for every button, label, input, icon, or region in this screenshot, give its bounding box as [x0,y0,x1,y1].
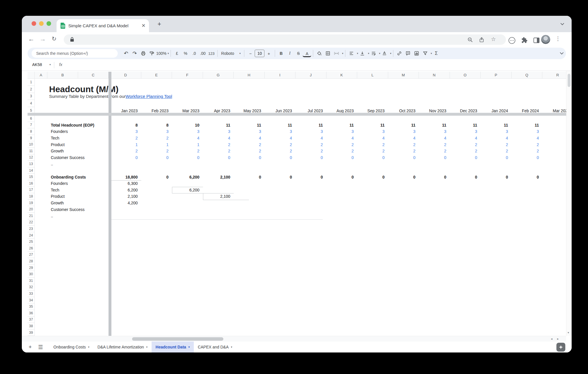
vertical-align-icon[interactable] [358,49,367,58]
row-header-2[interactable]: 2 [28,86,35,93]
cell-value[interactable]: 11 [357,122,388,129]
cell-value[interactable]: 3 [481,128,512,135]
cell-value[interactable]: 2 [419,141,450,148]
column-header-P[interactable]: P [481,72,512,79]
text-rotation-icon[interactable] [380,49,389,58]
sheet-tab-headcount-data[interactable]: Headcount Data▾ [152,342,194,352]
cell-value[interactable]: 2 [234,141,265,148]
frozen-column-divider[interactable] [109,72,111,336]
more-formats-button[interactable]: 123 [207,49,216,58]
cell-value[interactable]: 4 [203,135,234,142]
cell-value[interactable]: 2 [450,141,481,148]
row-header-4[interactable]: 4 [28,100,35,107]
column-header-R[interactable]: R [542,72,566,79]
name-box-dropdown-icon[interactable]: ▾ [49,63,51,66]
cell-value[interactable]: 0 [295,154,326,161]
cell-value[interactable]: 2 [450,148,481,154]
column-header-E[interactable]: E [141,72,172,79]
cell-value[interactable]: 11 [265,122,296,129]
row-header-19[interactable]: 19 [28,200,35,206]
undo-icon[interactable]: ↶ [122,49,130,58]
row-header-1[interactable]: 1 [28,79,35,86]
cell-value[interactable]: 2,100 [203,193,234,200]
cell-value[interactable]: 3 [141,128,172,135]
fill-color-icon[interactable] [315,49,324,58]
cell-value[interactable]: 2 [388,141,419,148]
cell-value[interactable]: 0 [481,174,512,180]
row-header-28[interactable]: 28 [28,258,35,265]
row-label-founders[interactable]: Founders [49,180,108,187]
merge-dropdown-icon[interactable]: ▾ [342,52,343,55]
format-currency-button[interactable]: £ [173,49,181,58]
cell-value[interactable]: 11 [512,122,543,129]
row-header-25[interactable]: 25 [28,239,35,245]
row-header-11[interactable]: 11 [28,148,35,154]
filter-dropdown-icon[interactable]: ▾ [431,52,432,55]
row-header-21[interactable]: 21 [28,213,35,219]
row-header-24[interactable]: 24 [28,232,35,239]
cell-value[interactable]: 2 [481,148,512,154]
cell-value[interactable]: 11 [388,122,419,129]
close-window-button[interactable] [32,21,36,26]
frozen-row-divider[interactable] [28,113,566,116]
cell-value[interactable]: 4 [326,135,357,142]
cell-value[interactable]: 3 [388,128,419,135]
row-label-growth[interactable]: Growth [49,200,108,206]
row-header-6[interactable]: 6 [28,115,35,122]
sheet-tab-dropdown-icon[interactable]: ▾ [231,346,232,348]
cell-value[interactable]: 2 [141,148,172,154]
cell-value[interactable]: 3 [450,128,481,135]
column-header-N[interactable]: N [419,72,450,79]
column-header-C[interactable]: C [78,72,109,79]
vertical-scrollbar-thumb[interactable] [568,74,570,87]
scroll-down-icon[interactable]: ▾ [568,331,569,334]
cell-value[interactable]: 11 [203,122,234,129]
address-bar[interactable]: ☆ [64,34,506,45]
row-header-32[interactable]: 32 [28,284,35,291]
cell-value[interactable]: 0 [388,174,419,180]
row-header-29[interactable]: 29 [28,265,35,271]
cell-value[interactable]: 11 [481,122,512,129]
cell-value[interactable]: 11 [295,122,326,129]
zoom-select[interactable]: 100%▾ [156,49,169,58]
cell-value[interactable]: 8 [141,122,172,129]
cell-value[interactable]: 0 [265,174,296,180]
row-header-34[interactable]: 34 [28,297,35,304]
row-label-product[interactable]: Product [49,193,108,200]
sheet-tab-da-lifetime-amortization[interactable]: D&A Lifetime Amortization▾ [93,342,151,352]
row-header-26[interactable]: 26 [28,245,35,252]
profile-avatar[interactable] [541,35,550,44]
row-header-36[interactable]: 36 [28,310,35,317]
cell-value[interactable]: 0 [234,174,265,180]
cell-value[interactable]: 0 [141,154,172,161]
grid-corner-box[interactable] [28,72,35,79]
row-header-10[interactable]: 10 [28,141,35,148]
row-header-31[interactable]: 31 [28,278,35,284]
side-panel-icon[interactable] [533,37,540,44]
cell-value[interactable]: 2 [141,135,172,142]
cell-value[interactable]: 2 [265,148,296,154]
row-header-22[interactable]: 22 [28,219,35,226]
column-header-Q[interactable]: Q [512,72,543,79]
row-label-tech[interactable]: Tech [49,187,108,193]
cell-value[interactable]: 3 [234,128,265,135]
explore-sparkle-icon[interactable] [556,343,565,352]
column-header-H[interactable]: H [234,72,265,79]
cell-value[interactable]: 2 [234,148,265,154]
cell-value[interactable]: 3 [172,128,203,135]
cell-value[interactable]: 0 [110,154,141,161]
italic-button[interactable]: I [285,49,294,58]
increase-font-size-button[interactable]: + [264,49,273,58]
cell-value[interactable]: 0 [481,154,512,161]
cell-value[interactable]: 11 [234,122,265,129]
row-header-3[interactable]: 3 [28,93,35,100]
cell-value[interactable]: 3 [357,128,388,135]
cell-value[interactable]: 2 [295,141,326,148]
row-header-7[interactable]: 7 [28,122,35,129]
column-header-L[interactable]: L [357,72,388,79]
scroll-left-icon[interactable]: ◂ [551,337,552,341]
cell-value[interactable]: 0 [326,174,357,180]
cell-value[interactable]: 0 [419,174,450,180]
cell-value[interactable]: 6,300 [110,180,141,187]
row-header-20[interactable]: 20 [28,206,35,213]
